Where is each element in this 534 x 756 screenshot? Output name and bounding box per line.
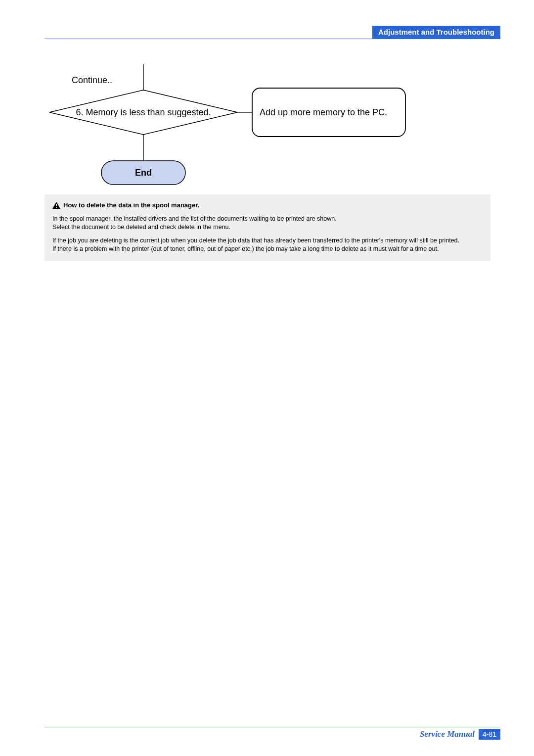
svg-rect-2 xyxy=(56,207,57,208)
info-paragraph: If the job you are deleting is the curre… xyxy=(52,236,483,253)
info-line: Select the document to be deleted and ch… xyxy=(52,224,230,231)
page: Adjustment and Troubleshooting Continue.… xyxy=(0,0,534,756)
header-rule xyxy=(44,39,500,39)
flowchart-decision-text: 6. Memory is less than suggested. xyxy=(76,107,211,117)
info-line: If the job you are deleting is the curre… xyxy=(52,237,459,244)
warning-icon xyxy=(52,202,60,209)
footer: Service Manual 4-81 xyxy=(420,729,500,740)
footer-rule xyxy=(44,727,500,727)
info-title-row: How to delete the data in the spool mana… xyxy=(52,201,483,209)
footer-label: Service Manual xyxy=(420,729,475,739)
section-header: Adjustment and Troubleshooting xyxy=(372,26,500,39)
info-title: How to delete the data in the spool mana… xyxy=(63,201,199,209)
section-title: Adjustment and Troubleshooting xyxy=(378,28,494,36)
svg-rect-1 xyxy=(56,204,57,206)
footer-page-number: 4-81 xyxy=(479,729,500,740)
flowchart-diagram: Continue.. 6. Memory is less than sugges… xyxy=(44,64,490,193)
info-line: If there is a problem with the printer (… xyxy=(52,245,439,252)
info-body: In the spool manager, the installed driv… xyxy=(52,215,483,253)
info-line: In the spool manager, the installed driv… xyxy=(52,215,337,222)
info-box: How to delete the data in the spool mana… xyxy=(44,194,490,261)
info-paragraph: In the spool manager, the installed driv… xyxy=(52,215,483,232)
flowchart-end-text: End xyxy=(135,168,152,178)
flowchart-continue-label: Continue.. xyxy=(72,75,112,85)
flowchart-action-text: Add up more memory to the PC. xyxy=(260,107,387,117)
